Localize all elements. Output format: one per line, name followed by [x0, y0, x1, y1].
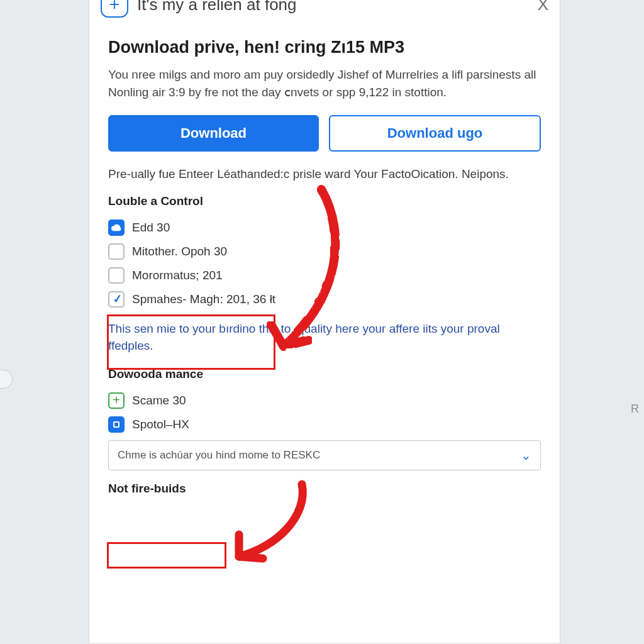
page-heading: Download prive, hen! cring Zı15 MP3: [108, 38, 541, 57]
modal-header: + It's my a relien at fong X: [89, 0, 560, 24]
option-label: Edd 30: [132, 221, 170, 235]
section3-label: Not fire-buids: [108, 482, 541, 496]
section1-label: Louble a Control: [108, 194, 541, 208]
select-dropdown[interactable]: Chme is achúar you hind mome to RESKC ⌄: [108, 440, 541, 470]
side-glyph-r: R: [631, 402, 639, 416]
option-spotol[interactable]: Spotol–HX: [108, 413, 541, 436]
close-icon[interactable]: X: [538, 0, 548, 14]
option-spmahes[interactable]: Spmahes- Magh: 201, 36 łt: [108, 287, 541, 311]
modal-body: Download prive, hen! cring Zı15 MP3 You …: [89, 24, 560, 496]
select-placeholder: Chme is achúar you hind mome to RESKC: [118, 449, 320, 462]
option-mitother[interactable]: Mitother. Opoh 30: [108, 240, 541, 264]
download-ugo-button[interactable]: Download ugo: [329, 115, 541, 152]
section2-label: Dowooda mance: [108, 367, 541, 381]
option-label: Mitother. Opoh 30: [132, 245, 227, 258]
info-text: This sen mie to your bırdino this to, qu…: [108, 320, 541, 355]
option-edd[interactable]: Edd 30: [108, 216, 541, 240]
option-label: Morormatus; 201: [132, 269, 223, 282]
left-edge-tab: [0, 370, 13, 389]
option-label: Spotol–HX: [132, 418, 189, 431]
chevron-down-icon: ⌄: [521, 448, 531, 463]
button-row: Download Download ugo: [108, 115, 541, 152]
download-modal: + It's my a relien at fong X Download pr…: [89, 0, 560, 644]
checkbox-empty-icon[interactable]: [108, 243, 125, 260]
option-scame[interactable]: + Scame 30: [108, 389, 541, 413]
cloud-icon: [108, 219, 125, 236]
option-label: Scame 30: [132, 394, 186, 408]
subtext: Pre-ually fue Enteer Léathanded:c prisle…: [108, 165, 541, 183]
modal-title: It's my a relien at fong: [137, 0, 529, 14]
plus-icon[interactable]: +: [101, 0, 128, 18]
download-button[interactable]: Download: [108, 115, 319, 152]
option-morormatus[interactable]: Morormatus; 201: [108, 264, 541, 287]
checkbox-checked-icon[interactable]: [108, 291, 125, 308]
checkbox-empty-icon[interactable]: [108, 267, 125, 284]
radio-selected-icon[interactable]: [108, 416, 125, 433]
option-label: Spmahes- Magh: 201, 36 łt: [132, 292, 275, 306]
page-description: You nree milgs and moro am puy orsidedly…: [108, 66, 541, 101]
plus-green-icon[interactable]: +: [108, 392, 125, 409]
